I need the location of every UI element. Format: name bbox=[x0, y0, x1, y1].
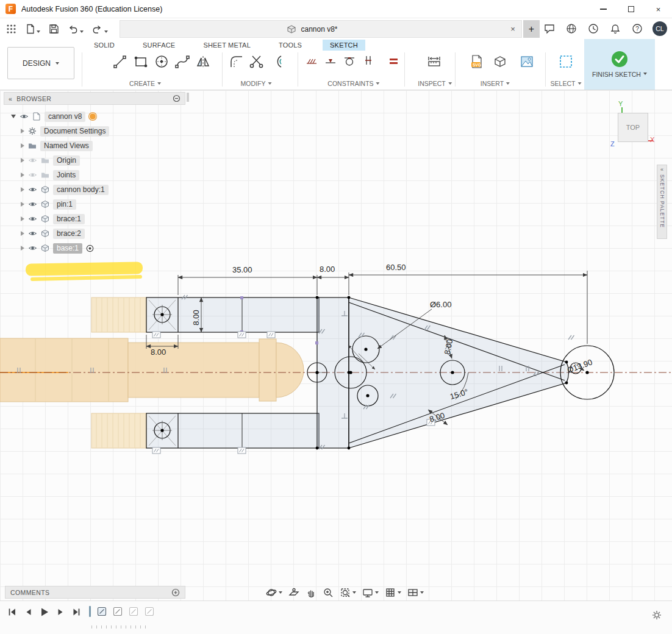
tree-row-origin[interactable]: Origin bbox=[11, 153, 109, 168]
look-at-icon[interactable] bbox=[287, 585, 301, 600]
workspace-selector[interactable]: DESIGN bbox=[7, 47, 74, 79]
visibility-eye-icon[interactable] bbox=[28, 172, 37, 178]
maximize-button[interactable] bbox=[617, 0, 645, 18]
tree-label[interactable]: brace:1 bbox=[53, 214, 85, 224]
group-modify[interactable]: MODIFY bbox=[241, 80, 272, 87]
browser-scrollbar[interactable] bbox=[187, 93, 189, 102]
group-constraints[interactable]: CONSTRAINTS bbox=[327, 80, 379, 87]
group-select[interactable]: SELECT bbox=[551, 80, 582, 87]
fit-icon[interactable] bbox=[338, 585, 358, 600]
offset-tool-icon[interactable] bbox=[270, 54, 285, 72]
notifications-icon[interactable] bbox=[609, 22, 622, 35]
tree-label[interactable]: Named Views bbox=[40, 141, 93, 151]
timeline-sketch-feature[interactable] bbox=[97, 607, 107, 616]
browser-header[interactable]: « BROWSER bbox=[4, 92, 185, 105]
tree-row-brace-1[interactable]: brace:1 bbox=[11, 212, 109, 226]
update-badge-icon[interactable] bbox=[89, 113, 96, 120]
expand-arrow-icon[interactable] bbox=[21, 158, 24, 163]
finish-sketch-button[interactable]: FINISH SKETCH bbox=[584, 39, 655, 90]
tree-row-brace-2[interactable]: brace:2 bbox=[11, 226, 109, 241]
go-to-end-icon[interactable] bbox=[71, 607, 81, 617]
comments-icon[interactable] bbox=[543, 22, 556, 35]
step-forward-icon[interactable] bbox=[56, 607, 65, 617]
expand-arrow-icon[interactable] bbox=[21, 187, 24, 192]
group-create[interactable]: CREATE bbox=[129, 80, 161, 87]
timeline-sketch-feature[interactable] bbox=[129, 607, 138, 616]
spline-tool-icon[interactable] bbox=[174, 54, 190, 72]
tree-row-joints[interactable]: Joints bbox=[11, 168, 109, 182]
minimize-panel-icon[interactable] bbox=[173, 94, 181, 102]
trim-tool-icon[interactable] bbox=[249, 54, 265, 72]
visibility-eye-icon[interactable] bbox=[28, 157, 37, 163]
expand-arrow-icon[interactable] bbox=[21, 216, 24, 221]
sketch-palette-tab[interactable]: « SKETCH PALETTE bbox=[657, 165, 667, 239]
expand-arrow-icon[interactable] bbox=[21, 202, 24, 207]
tree-row-pin[interactable]: pin:1 bbox=[11, 197, 109, 212]
close-button[interactable]: × bbox=[645, 0, 672, 18]
expand-arrow-icon[interactable] bbox=[21, 246, 24, 251]
tree-label[interactable]: base:1 bbox=[53, 243, 82, 254]
visibility-eye-icon[interactable] bbox=[28, 245, 37, 251]
grid-display-icon[interactable] bbox=[383, 585, 403, 600]
document-tab[interactable]: cannon v8* bbox=[120, 21, 504, 37]
app-grid-icon[interactable] bbox=[5, 23, 18, 35]
help-icon[interactable]: ? bbox=[631, 22, 644, 35]
go-to-beginning-icon[interactable] bbox=[7, 607, 17, 617]
visibility-eye-icon[interactable] bbox=[28, 187, 37, 193]
visibility-eye-icon[interactable] bbox=[20, 113, 29, 119]
visibility-eye-icon[interactable] bbox=[28, 201, 37, 207]
job-status-icon[interactable] bbox=[587, 22, 600, 35]
select-tool-icon[interactable] bbox=[558, 54, 574, 72]
timeline-settings-gear-icon[interactable] bbox=[651, 610, 662, 621]
mirror-tool-icon[interactable] bbox=[195, 54, 211, 72]
display-settings-icon[interactable] bbox=[360, 585, 381, 600]
tree-row-root[interactable]: cannon v8 bbox=[11, 109, 109, 124]
tab-solid[interactable]: SOLID bbox=[87, 40, 122, 51]
symmetry-constraint-icon[interactable] bbox=[362, 54, 375, 69]
document-tab-close-icon[interactable]: × bbox=[504, 24, 521, 34]
zoom-icon[interactable] bbox=[321, 585, 335, 600]
expand-arrow-icon[interactable] bbox=[11, 115, 16, 118]
tree-row-named-views[interactable]: Named Views bbox=[11, 138, 109, 153]
timeline-sketch-feature[interactable] bbox=[113, 607, 123, 616]
activate-component-radio-icon[interactable] bbox=[86, 244, 94, 252]
expand-arrow-icon[interactable] bbox=[21, 231, 24, 236]
pan-icon[interactable] bbox=[304, 585, 318, 600]
tree-label[interactable]: cannon v8 bbox=[45, 112, 85, 122]
midpoint-constraint-icon[interactable] bbox=[324, 54, 337, 69]
tab-sheet-metal[interactable]: SHEET METAL bbox=[196, 40, 258, 51]
fix-constraint-icon[interactable] bbox=[305, 54, 318, 69]
group-insert[interactable]: INSERT bbox=[481, 80, 510, 87]
expand-arrow-icon[interactable] bbox=[21, 143, 24, 148]
extensions-icon[interactable] bbox=[565, 22, 578, 35]
measure-tool-icon[interactable] bbox=[426, 54, 442, 72]
timeline-position-marker[interactable] bbox=[89, 606, 91, 617]
expand-panel-icon[interactable]: « bbox=[660, 167, 663, 173]
model-canvas[interactable]: 35.00 8.00 60.50 8.00 8.00 Ø6.00 8.00 15… bbox=[0, 90, 672, 601]
timeline-ticks[interactable] bbox=[91, 625, 146, 629]
rectangle-tool-icon[interactable] bbox=[133, 54, 149, 72]
comments-bar[interactable]: COMMENTS bbox=[5, 586, 185, 599]
view-cube-face-label[interactable]: TOP bbox=[626, 124, 640, 131]
tree-label[interactable]: brace:2 bbox=[53, 229, 85, 239]
add-comment-icon[interactable] bbox=[171, 588, 180, 597]
insert-svg-icon[interactable]: SVG bbox=[469, 54, 485, 72]
new-tab-button[interactable]: + bbox=[523, 20, 540, 38]
tree-row-base[interactable]: base:1 bbox=[11, 241, 109, 255]
insert-mesh-icon[interactable] bbox=[492, 54, 508, 72]
view-cube[interactable]: TOP bbox=[618, 113, 648, 142]
redo-icon[interactable] bbox=[90, 22, 109, 36]
tree-row-document-settings[interactable]: Document Settings bbox=[11, 124, 109, 138]
viewports-icon[interactable] bbox=[406, 585, 426, 600]
tangent-constraint-icon[interactable] bbox=[343, 54, 356, 69]
tree-label[interactable]: Document Settings bbox=[40, 126, 109, 137]
tree-label[interactable]: Joints bbox=[53, 170, 79, 180]
equal-constraint-icon[interactable] bbox=[387, 54, 400, 69]
play-icon[interactable] bbox=[39, 607, 49, 618]
profile-avatar[interactable]: CL bbox=[652, 21, 667, 36]
expand-arrow-icon[interactable] bbox=[21, 173, 24, 177]
visibility-eye-icon[interactable] bbox=[28, 230, 37, 237]
tab-tools[interactable]: TOOLS bbox=[271, 40, 309, 51]
canvas-tool-icon[interactable] bbox=[519, 54, 535, 72]
group-inspect[interactable]: INSPECT bbox=[418, 80, 452, 87]
